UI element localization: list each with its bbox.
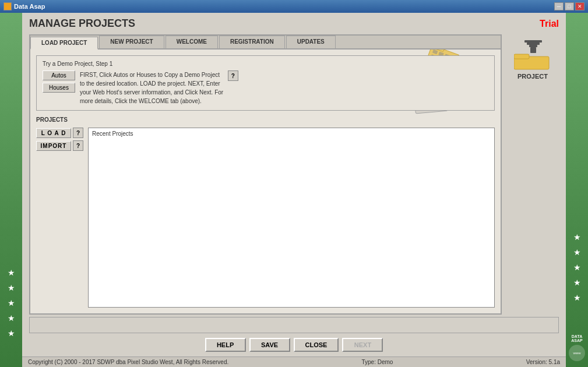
status-bar (29, 317, 559, 333)
restore-button[interactable]: □ (565, 2, 574, 10)
footer-copyright: Copyright (C) 2000 - 2017 SDWP dba Pixel… (28, 359, 228, 365)
load-help-button[interactable]: ? (73, 128, 83, 138)
footer-version: Version: 5.1a (526, 359, 560, 365)
project-folder-icon (514, 40, 551, 70)
right-star-4: ★ (573, 278, 581, 287)
main-panel: LOAD PROJECT NEW PROJECT WELCOME REGISTR… (29, 34, 502, 315)
tab-bar: LOAD PROJECT NEW PROJECT WELCOME REGISTR… (30, 36, 501, 50)
svg-rect-45 (527, 43, 540, 45)
content-area: LOAD PROJECT NEW PROJECT WELCOME REGISTR… (22, 32, 566, 317)
right-sidebar: ★ ★ ★ ★ ★ DATA ASAP www (566, 13, 588, 367)
title-bar-buttons: ─ □ ✕ (554, 2, 585, 10)
bottom-buttons-bar: HELP SAVE CLOSE NEXT (22, 333, 566, 357)
star-icon-4: ★ (8, 313, 15, 323)
minimize-button[interactable]: ─ (554, 2, 564, 10)
star-icon-5: ★ (8, 329, 15, 338)
load-button[interactable]: L O A D (36, 128, 71, 138)
app-icon (3, 2, 12, 10)
close-button[interactable]: CLOSE (294, 338, 339, 352)
svg-rect-46 (529, 45, 537, 47)
project-icon-area: PROJECT (514, 40, 551, 80)
svg-rect-1 (431, 50, 445, 52)
svg-rect-47 (530, 47, 536, 53)
brand-circle: www (569, 345, 585, 361)
right-panel: PROJECT (506, 34, 559, 315)
svg-rect-2 (432, 50, 438, 54)
left-sidebar: ★ ★ ★ ★ ★ (0, 13, 22, 367)
data-asap-brand: DATA ASAP (566, 334, 588, 343)
demo-description: FIRST, Click Autos or Houses to Copy a D… (80, 70, 226, 105)
recent-projects-box: Recent Projects (88, 128, 495, 308)
demo-area: Try a Demo Project, Step 1 Autos Houses … (36, 55, 495, 111)
houses-button[interactable]: Houses (43, 83, 75, 93)
tab-content-load-project: Try a Demo Project, Step 1 Autos Houses … (30, 50, 501, 313)
right-star-1: ★ (573, 232, 581, 242)
next-button[interactable]: NEXT (342, 338, 383, 352)
right-star-2: ★ (573, 248, 581, 257)
star-icon-1: ★ (8, 268, 15, 277)
tab-welcome[interactable]: WELCOME (166, 36, 218, 48)
tab-updates[interactable]: UPDATES (286, 36, 336, 48)
trial-badge: Trial (540, 19, 559, 29)
header: MANAGE PROJECTS Trial (22, 13, 566, 32)
footer-type: Type: Demo (361, 359, 393, 365)
project-label: PROJECT (517, 73, 548, 80)
star-icon-2: ★ (8, 283, 15, 292)
svg-rect-49 (514, 54, 529, 59)
recent-projects-label: Recent Projects (92, 130, 133, 137)
projects-section: PROJECTS L O A D ? IMPORT ? (36, 117, 495, 308)
footer: Copyright (C) 2000 - 2017 SDWP dba Pixel… (22, 357, 566, 367)
right-star-3: ★ (573, 263, 581, 272)
right-star-5: ★ (573, 293, 581, 302)
title-bar: Data Asap ─ □ ✕ (0, 0, 588, 13)
demo-section: Try a Demo Project, Step 1 Autos Houses … (36, 55, 495, 111)
help-button[interactable]: HELP (205, 338, 246, 352)
save-button[interactable]: SAVE (249, 338, 290, 352)
import-button[interactable]: IMPORT (36, 141, 71, 151)
window-close-button[interactable]: ✕ (575, 2, 585, 10)
import-help-button[interactable]: ? (73, 140, 83, 151)
projects-label: PROJECTS (36, 117, 495, 123)
tab-load-project[interactable]: LOAD PROJECT (30, 37, 98, 50)
svg-rect-44 (524, 40, 542, 43)
brand-circle-text: www (573, 351, 581, 355)
page-title: MANAGE PROJECTS (29, 17, 135, 30)
demo-help-button[interactable]: ? (228, 70, 238, 81)
tab-new-project[interactable]: NEW PROJECT (99, 36, 164, 48)
demo-section-legend: Try a Demo Project, Step 1 (43, 61, 488, 67)
title-bar-title: Data Asap (14, 3, 554, 10)
autos-button[interactable]: Autos (43, 70, 75, 80)
tab-registration[interactable]: REGISTRATION (219, 36, 285, 48)
star-icon-3: ★ (8, 298, 15, 308)
